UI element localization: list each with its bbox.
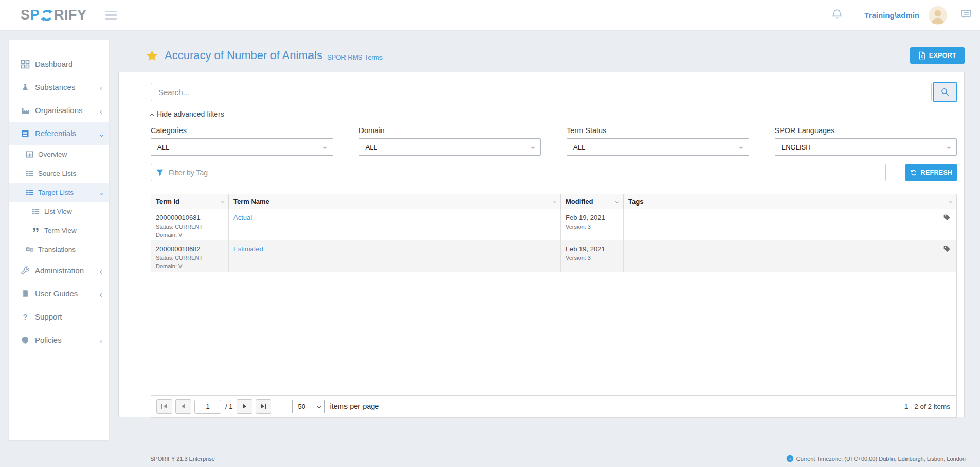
sidebar-item-organisations[interactable]: Organisations [9, 99, 109, 122]
avatar[interactable] [929, 6, 947, 25]
term-status: Status: CURRENT [156, 223, 224, 230]
term-name-link[interactable]: Estimated [233, 245, 263, 253]
page-number-input[interactable] [194, 400, 221, 414]
chevron-left-icon [100, 83, 103, 91]
term-status: Status: CURRENT [156, 255, 224, 261]
term-id: 200000010682 [156, 245, 224, 253]
search-input[interactable] [151, 83, 932, 101]
pagination-previous-button[interactable] [175, 399, 191, 414]
sidebar-item-support[interactable]: ? Support [9, 305, 109, 328]
filter-domain: Domain ALL [359, 126, 541, 156]
book-icon [20, 289, 30, 298]
page-subtitle: SPOR RMS Terms [327, 50, 383, 61]
app-logo[interactable]: SPRIFY [21, 7, 87, 23]
table-header: Term Id Term Name Modified Tags [151, 194, 956, 209]
sidebar-item-translations[interactable]: Ax Translations [9, 240, 109, 259]
filter-by-tag-input[interactable] [151, 164, 886, 181]
term-domain: Domain: V [156, 232, 224, 238]
term-name-link[interactable]: Actual [233, 214, 252, 221]
selected-value: ALL [366, 143, 377, 151]
chevron-down-icon [317, 404, 321, 408]
search-button[interactable] [933, 82, 957, 102]
spor-languages-select[interactable]: ENGLISH [775, 138, 957, 156]
column-header-modified[interactable]: Modified [560, 194, 623, 209]
sidebar-item-label: Overview [38, 151, 67, 158]
chevron-left-icon [100, 106, 103, 115]
filter-label: Domain [359, 126, 541, 135]
dashboard-grid-icon [20, 60, 30, 69]
sidebar-item-dashboard[interactable]: Dashboard [9, 52, 109, 76]
domain-select[interactable]: ALL [359, 138, 541, 156]
sidebar-item-referentials[interactable]: Referentials [9, 122, 109, 145]
factory-icon [20, 106, 30, 115]
chevron-down-icon [323, 145, 326, 148]
sidebar-item-label: Organisations [35, 106, 83, 115]
info-icon: i [786, 455, 794, 462]
tags-cell [623, 240, 956, 272]
footer: SPORIFY 21.3 Enterprise i Current Timezo… [0, 450, 980, 467]
list-icon [25, 189, 34, 196]
column-header-term-name[interactable]: Term Name [228, 194, 560, 209]
page-size-select[interactable]: 50 [292, 400, 325, 413]
previous-page-icon [182, 404, 185, 409]
version: Version: 3 [566, 255, 619, 261]
modified-date: Feb 19, 2021 [566, 245, 619, 253]
list-document-icon [20, 129, 30, 138]
column-header-term-id[interactable]: Term Id [151, 194, 228, 209]
sidebar-item-target-lists[interactable]: Target Lists [9, 183, 109, 202]
modified-cell: Feb 19, 2021 Version: 3 [560, 240, 623, 272]
sidebar-item-user-guides[interactable]: User Guides [9, 282, 109, 305]
topbar-actions: Training\admin [831, 6, 972, 25]
favorite-star-icon[interactable] [146, 50, 158, 61]
table-row[interactable]: 200000010682 Status: CURRENT Domain: V E… [151, 240, 956, 272]
sidebar-item-overview[interactable]: Overview [9, 145, 109, 164]
menu-toggle-button[interactable] [105, 11, 117, 20]
sidebar-item-source-lists[interactable]: Source Lists [9, 164, 109, 183]
refresh-arrows-icon [910, 169, 917, 176]
column-header-tags[interactable]: Tags [623, 194, 956, 209]
flask-icon [20, 83, 30, 92]
export-button[interactable]: x EXPORT [910, 47, 965, 64]
notifications-bell-icon[interactable] [831, 8, 843, 23]
tag-filter-row: REFRESH [151, 164, 957, 181]
items-range-label: 1 - 2 of 2 items [904, 403, 950, 410]
shield-icon [20, 335, 30, 345]
chevron-up-icon [150, 113, 154, 117]
next-page-icon [243, 404, 246, 409]
pagination-last-button[interactable] [256, 399, 271, 414]
term-status-select[interactable]: ALL [567, 138, 749, 156]
magnifier-icon [940, 87, 950, 97]
logo-suffix: RIFY [54, 7, 87, 23]
sidebar-item-list-view[interactable]: List View [9, 202, 109, 221]
tag-icon[interactable] [943, 245, 951, 253]
svg-text:x: x [921, 54, 923, 58]
filter-categories: Categories ALL [151, 126, 333, 156]
sidebar-item-label: Term View [44, 227, 77, 234]
chevron-left-icon [100, 335, 103, 344]
chevron-down-icon [100, 189, 103, 196]
sidebar-item-label: User Guides [35, 289, 78, 298]
categories-select[interactable]: ALL [151, 138, 333, 156]
timezone-info: i Current Timezone: (UTC+00:00) Dublin, … [786, 455, 966, 462]
feedback-chat-icon[interactable] [960, 9, 972, 22]
table-empty-area [151, 272, 956, 395]
sidebar-item-administration[interactable]: Administration [9, 259, 109, 282]
table-row[interactable]: 200000010681 Status: CURRENT Domain: V A… [151, 209, 956, 240]
first-page-icon [161, 404, 162, 409]
user-menu[interactable]: Training\admin [864, 11, 919, 20]
sidebar-item-substances[interactable]: Substances [9, 76, 109, 99]
pagination-next-button[interactable] [237, 399, 252, 414]
sidebar-item-term-view[interactable]: Term View [9, 221, 109, 240]
logo-sync-icon [40, 9, 54, 22]
hide-advanced-filters-toggle[interactable]: Hide advanced filters [151, 109, 224, 119]
search-row [151, 82, 957, 102]
sidebar-item-policies[interactable]: Policies [9, 328, 109, 351]
list-icon [25, 170, 34, 177]
terms-table: Term Id Term Name Modified Tags 20000001… [151, 194, 957, 418]
filter-spor-languages: SPOR Languages ENGLISH [775, 126, 957, 156]
pagination-first-button[interactable] [156, 399, 172, 414]
refresh-button[interactable]: REFRESH [905, 164, 957, 181]
chevron-left-icon [100, 289, 103, 298]
chevron-down-icon [947, 145, 951, 148]
tag-icon[interactable] [943, 214, 951, 221]
